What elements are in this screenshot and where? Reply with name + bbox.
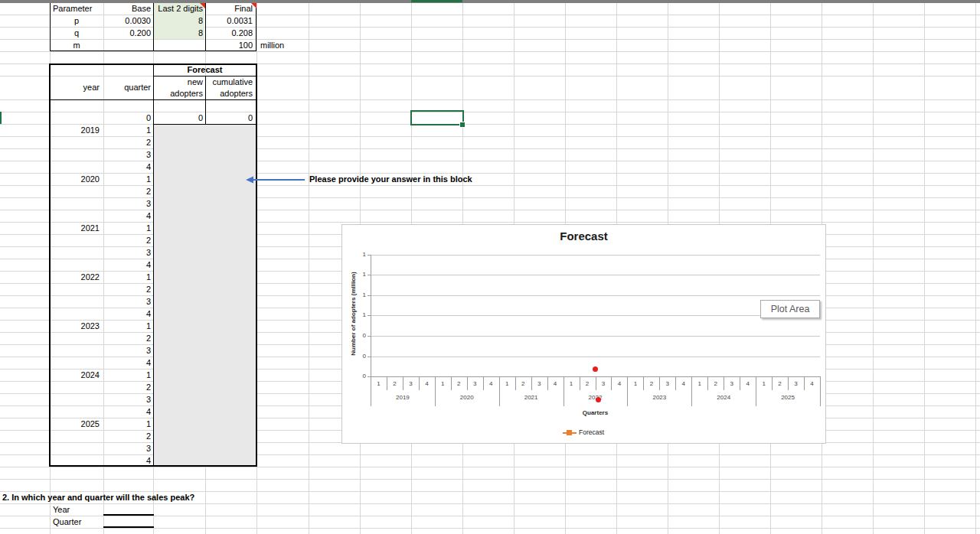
quarter-tick-label: 4	[740, 378, 756, 390]
quarter-cell[interactable]: 2	[103, 381, 153, 393]
quarter-cell[interactable]: 3	[103, 393, 153, 405]
quarter-cell[interactable]: 3	[103, 295, 153, 308]
quarter-cell[interactable]: 4	[103, 259, 153, 271]
quarter-tick-label: 3	[467, 378, 483, 390]
quarter-cell[interactable]: 2	[103, 332, 153, 344]
border-line	[50, 99, 256, 100]
y-tick-mark	[368, 315, 371, 316]
quarter-cell[interactable]: 2	[103, 234, 153, 246]
chart-legend[interactable]: Forecast	[563, 426, 604, 438]
year-answer-cell[interactable]	[103, 514, 154, 516]
quarter-cell[interactable]: 1	[103, 271, 153, 283]
quarter-tick-label: 3	[724, 378, 740, 390]
quarter-tick-label: 4	[611, 378, 627, 390]
quarter-tick-label: 3	[403, 378, 419, 390]
y-tick-label: 1	[348, 252, 366, 258]
quarter-cell[interactable]: 4	[103, 308, 153, 320]
quarter-cell[interactable]: 1	[103, 418, 153, 430]
quarter-tick-label: 2	[772, 378, 788, 390]
quarter-tick-label: 3	[531, 378, 547, 390]
param-q-label: q	[50, 27, 103, 39]
zero-row-quarter: 0	[103, 112, 153, 124]
year-field-label: Year	[50, 503, 103, 516]
quarter-tick-label: 4	[675, 378, 691, 390]
final-header: Final	[205, 2, 256, 15]
y-tick-mark	[368, 295, 371, 296]
quarter-cell[interactable]: 1	[103, 320, 153, 332]
chart-gridline	[371, 336, 820, 337]
quarter-cell[interactable]: 2	[103, 283, 153, 295]
year-cell[interactable]: 2022	[50, 271, 103, 283]
quarter-cell[interactable]: 2	[103, 430, 153, 442]
parameter-header: Parameter	[50, 2, 103, 15]
y-tick-label: 0	[348, 333, 366, 339]
comment-indicator-icon	[200, 3, 205, 8]
chart-gridline	[371, 255, 820, 256]
zero-row-new-adopters: 0	[153, 112, 205, 124]
data-point-marker	[593, 366, 598, 372]
quarter-cell[interactable]: 3	[103, 148, 153, 161]
year-column-header: year	[50, 76, 103, 99]
year-tick-label: 2020	[435, 392, 499, 403]
quarter-cell[interactable]: 2	[103, 136, 153, 148]
param-p-base: 0.0030	[103, 15, 153, 27]
quarter-cell[interactable]: 3	[103, 344, 153, 357]
selected-cell[interactable]	[410, 110, 464, 125]
grid-row-line	[0, 467, 980, 467]
quarter-cell[interactable]: 1	[103, 222, 153, 234]
y-tick-label: 0	[348, 353, 366, 360]
quarter-tick-label: 1	[627, 378, 643, 390]
quarter-cell[interactable]: 3	[103, 197, 153, 210]
grid-row-line	[0, 39, 980, 40]
quarter-cell[interactable]: 1	[103, 173, 153, 185]
quarter-cell[interactable]: 2	[103, 185, 153, 197]
quarter-tick-label: 2	[707, 378, 724, 390]
grid-row-line	[0, 51, 980, 52]
year-tick-label: 2025	[756, 392, 820, 403]
quarter-tick-label: 4	[547, 378, 564, 390]
quarter-tick-label: 3	[596, 378, 612, 390]
forecast-chart[interactable]: Forecast Number of adopters (million) 11…	[341, 224, 826, 444]
quarter-cell[interactable]: 3	[103, 442, 153, 454]
answer-block[interactable]	[154, 125, 256, 465]
zero-row-cumulative: 0	[205, 112, 256, 124]
quarter-cell[interactable]: 4	[103, 357, 153, 369]
quarter-answer-cell[interactable]	[103, 526, 154, 528]
y-tick-label: 1	[348, 292, 366, 298]
y-tick-label: 1	[348, 272, 366, 278]
year-cell[interactable]: 2021	[50, 222, 103, 234]
forecast-table-title: Forecast	[153, 63, 256, 76]
quarter-cell[interactable]: 4	[103, 161, 153, 173]
chart-gridline	[371, 315, 820, 316]
quarter-tick-label: 1	[756, 378, 772, 390]
year-cell[interactable]: 2020	[50, 173, 103, 185]
grid-row-line	[0, 503, 980, 504]
param-p-final: 0.0031	[205, 15, 256, 27]
year-cell[interactable]: 2019	[50, 124, 103, 136]
selection-fill-handle[interactable]	[459, 122, 466, 128]
param-p-last2[interactable]: 8	[153, 15, 205, 27]
year-cell[interactable]: 2023	[50, 320, 103, 332]
quarter-cell[interactable]: 3	[103, 246, 153, 259]
chart-title: Forecast	[342, 230, 825, 243]
quarter-cell[interactable]: 4	[103, 454, 153, 467]
quarter-tick-label: 2	[580, 378, 596, 390]
quarter-cell[interactable]: 4	[103, 210, 153, 222]
quarter-cell[interactable]: 1	[103, 369, 153, 381]
param-q-last2[interactable]: 8	[153, 27, 205, 39]
year-cell[interactable]: 2024	[50, 369, 103, 381]
chart-y-axis-line	[371, 255, 371, 376]
selection-border-top-fragment	[411, 0, 462, 2]
quarter-tick-label: 3	[788, 378, 804, 390]
chart-gridline	[371, 357, 820, 357]
spreadsheet: Parameter Base Last 2 digits Final p 0.0…	[0, 0, 980, 534]
quarter-cell[interactable]: 4	[103, 405, 153, 418]
selection-border-left-fragment	[0, 112, 2, 124]
year-tick-label: 2024	[691, 392, 756, 403]
chart-gridline	[371, 275, 820, 275]
year-cell[interactable]: 2025	[50, 418, 103, 430]
quarter-tick-label: 1	[435, 378, 451, 390]
quarter-tick-label: 4	[419, 378, 435, 390]
quarter-tick-label: 4	[483, 378, 499, 390]
quarter-cell[interactable]: 1	[103, 124, 153, 136]
